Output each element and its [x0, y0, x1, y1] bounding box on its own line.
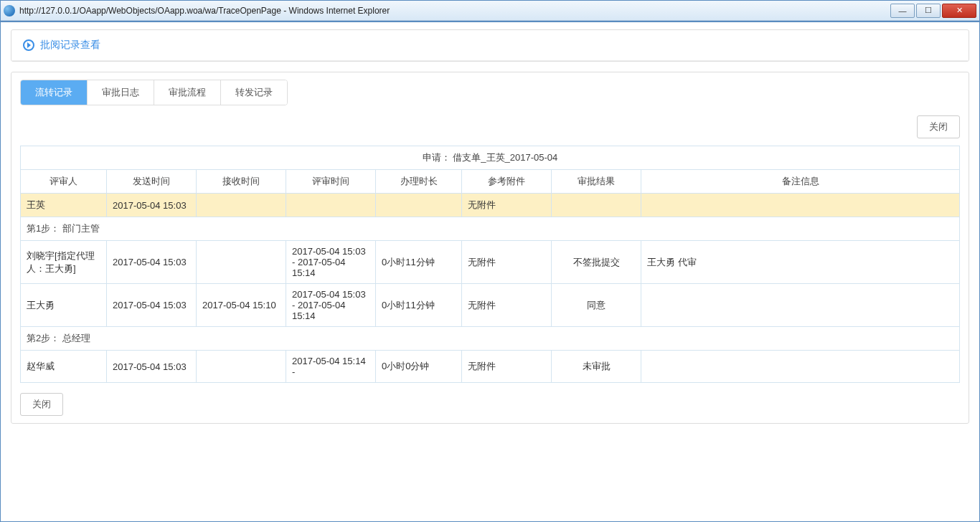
table-row: 刘晓宇[指定代理人：王大勇]2017-05-04 15:032017-05-04… [21, 241, 960, 284]
cell-result: 不签批提交 [552, 241, 641, 284]
content-area: 批阅记录查看 流转记录审批日志审批流程转发记录 关闭 申请： 借支单_王英_20… [1, 21, 979, 521]
minimize-button[interactable]: — [890, 4, 915, 18]
step-row: 第2步： 总经理 [21, 327, 960, 351]
cell-remark: 王大勇 代审 [641, 241, 960, 284]
maximize-button[interactable]: ☐ [916, 4, 941, 18]
col-remark: 备注信息 [641, 170, 960, 194]
table-row: 赵华威2017-05-04 15:032017-05-04 15:14 -0小时… [21, 351, 960, 383]
tab-审批流程[interactable]: 审批流程 [154, 80, 221, 105]
tab-流转记录[interactable]: 流转记录 [21, 80, 88, 105]
table-row: 王大勇2017-05-04 15:032017-05-04 15:102017-… [21, 284, 960, 327]
cell-duration: 0小时11分钟 [376, 241, 462, 284]
tab-审批日志[interactable]: 审批日志 [88, 80, 154, 105]
titlebar: http://127.0.0.1/OAapp/WebObjects/OAapp.… [1, 1, 979, 21]
cell-duration: 0小时11分钟 [376, 284, 462, 327]
window-close-button[interactable]: ✕ [942, 4, 976, 18]
top-actions: 关闭 [20, 115, 960, 138]
window: http://127.0.0.1/OAapp/WebObjects/OAapp.… [0, 0, 980, 522]
cell-send-time: 2017-05-04 15:03 [107, 351, 197, 383]
table-body: 王英2017-05-04 15:03无附件第1步： 部门主管刘晓宇[指定代理人：… [21, 194, 960, 383]
table-caption-row: 申请： 借支单_王英_2017-05-04 [21, 146, 960, 170]
cell-send-time: 2017-05-04 15:03 [107, 194, 197, 217]
window-title: http://127.0.0.1/OAapp/WebObjects/OAapp.… [19, 6, 889, 16]
cell-remark [641, 194, 960, 217]
cell-review-time: 2017-05-04 15:03 - 2017-05-04 15:14 [286, 241, 376, 284]
cell-remark [641, 351, 960, 383]
close-button-top[interactable]: 关闭 [917, 115, 960, 138]
col-duration: 办理时长 [376, 170, 462, 194]
ie-icon [4, 5, 15, 16]
cell-receive-time [197, 194, 286, 217]
cell-duration [376, 194, 462, 217]
cell-result: 未审批 [552, 351, 641, 383]
cell-reviewer: 刘晓宇[指定代理人：王大勇] [21, 241, 107, 284]
cell-attachment: 无附件 [462, 351, 552, 383]
cell-reviewer: 赵华威 [21, 351, 107, 383]
flow-table: 申请： 借支单_王英_2017-05-04 评审人 发送时间 接收时间 评审时间… [20, 146, 960, 383]
table-header-row: 评审人 发送时间 接收时间 评审时间 办理时长 参考附件 审批结果 备注信息 [21, 170, 960, 194]
col-reviewer: 评审人 [21, 170, 107, 194]
col-review-time: 评审时间 [286, 170, 376, 194]
cell-duration: 0小时0分钟 [376, 351, 462, 383]
cell-send-time: 2017-05-04 15:03 [107, 241, 197, 284]
cell-attachment: 无附件 [462, 241, 552, 284]
page-title: 批阅记录查看 [40, 39, 100, 52]
cell-attachment: 无附件 [462, 194, 552, 217]
close-button-bottom[interactable]: 关闭 [20, 393, 63, 416]
window-buttons: — ☐ ✕ [889, 4, 976, 18]
step-row: 第1步： 部门主管 [21, 217, 960, 241]
step-label: 第2步： 总经理 [21, 327, 960, 351]
cell-attachment: 无附件 [462, 284, 552, 327]
cell-review-time: 2017-05-04 15:14 - [286, 351, 376, 383]
cell-send-time: 2017-05-04 15:03 [107, 284, 197, 327]
arrow-right-icon [23, 39, 34, 51]
page-header-panel: 批阅记录查看 [11, 29, 969, 62]
cell-remark [641, 284, 960, 327]
cell-receive-time [197, 241, 286, 284]
main-panel: 流转记录审批日志审批流程转发记录 关闭 申请： 借支单_王英_2017-05-0… [11, 72, 969, 424]
cell-reviewer: 王英 [21, 194, 107, 217]
step-label: 第1步： 部门主管 [21, 217, 960, 241]
tab-转发记录[interactable]: 转发记录 [221, 80, 287, 105]
bottom-actions: 关闭 [20, 393, 960, 416]
cell-receive-time: 2017-05-04 15:10 [197, 284, 286, 327]
table-caption: 申请： 借支单_王英_2017-05-04 [21, 146, 960, 170]
col-result: 审批结果 [552, 170, 641, 194]
cell-result: 同意 [552, 284, 641, 327]
page-header: 批阅记录查看 [11, 30, 969, 61]
table-row: 王英2017-05-04 15:03无附件 [21, 194, 960, 217]
col-receive-time: 接收时间 [197, 170, 286, 194]
cell-review-time [286, 194, 376, 217]
cell-review-time: 2017-05-04 15:03 - 2017-05-04 15:14 [286, 284, 376, 327]
col-attachment: 参考附件 [462, 170, 552, 194]
cell-receive-time [197, 351, 286, 383]
tabs: 流转记录审批日志审批流程转发记录 [20, 80, 288, 105]
cell-result [552, 194, 641, 217]
cell-reviewer: 王大勇 [21, 284, 107, 327]
col-send-time: 发送时间 [107, 170, 197, 194]
